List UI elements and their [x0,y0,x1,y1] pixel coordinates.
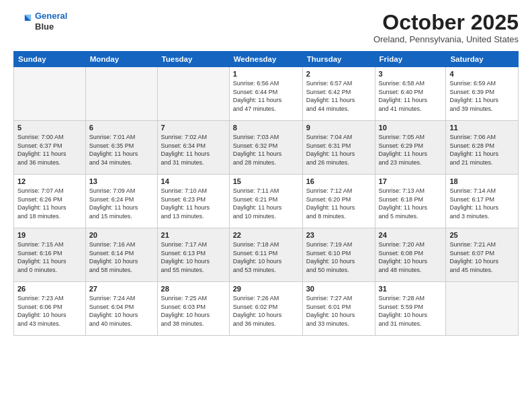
day-number: 20 [89,231,154,239]
day-cell: 31Sunrise: 7:28 AM Sunset: 5:59 PM Dayli… [375,282,446,336]
day-cell: 24Sunrise: 7:20 AM Sunset: 6:08 PM Dayli… [375,228,446,282]
weekday-header-thursday: Thursday [302,52,375,67]
day-cell: 3Sunrise: 6:58 AM Sunset: 6:40 PM Daylig… [375,67,446,121]
day-cell: 12Sunrise: 7:07 AM Sunset: 6:26 PM Dayli… [14,175,86,228]
day-number: 1 [233,70,299,78]
day-cell: 18Sunrise: 7:14 AM Sunset: 6:17 PM Dayli… [446,175,519,228]
day-number: 29 [233,285,299,293]
title-area: October 2025 Oreland, Pennsylvania, Unit… [373,11,519,44]
day-number: 25 [449,231,515,239]
day-cell: 22Sunrise: 7:18 AM Sunset: 6:11 PM Dayli… [229,228,302,282]
day-number: 17 [379,177,443,185]
day-info: Sunrise: 7:24 AM Sunset: 6:04 PM Dayligh… [89,294,154,328]
day-number: 3 [379,70,443,78]
day-number: 22 [233,231,299,239]
day-cell: 16Sunrise: 7:12 AM Sunset: 6:20 PM Dayli… [302,175,375,228]
day-info: Sunrise: 6:59 AM Sunset: 6:39 PM Dayligh… [449,79,515,113]
day-cell: 30Sunrise: 7:27 AM Sunset: 6:01 PM Dayli… [302,282,375,336]
weekday-header-monday: Monday [85,52,157,67]
day-info: Sunrise: 7:02 AM Sunset: 6:34 PM Dayligh… [161,133,226,167]
day-cell [14,67,86,121]
day-info: Sunrise: 7:09 AM Sunset: 6:24 PM Dayligh… [89,187,154,220]
day-number: 15 [233,177,299,185]
day-number: 23 [306,231,371,239]
day-cell: 20Sunrise: 7:16 AM Sunset: 6:14 PM Dayli… [85,228,157,282]
calendar-page: General Blue October 2025 Oreland, Penns… [0,0,532,411]
day-cell: 1Sunrise: 6:56 AM Sunset: 6:44 PM Daylig… [229,67,302,121]
day-cell: 26Sunrise: 7:23 AM Sunset: 6:06 PM Dayli… [14,282,86,336]
day-info: Sunrise: 7:20 AM Sunset: 6:08 PM Dayligh… [379,240,443,274]
day-cell: 14Sunrise: 7:10 AM Sunset: 6:23 PM Dayli… [157,175,229,228]
header: General Blue October 2025 Oreland, Penns… [13,11,519,44]
day-number: 26 [17,285,82,293]
day-cell: 2Sunrise: 6:57 AM Sunset: 6:42 PM Daylig… [302,67,375,121]
day-cell: 4Sunrise: 6:59 AM Sunset: 6:39 PM Daylig… [446,67,519,121]
day-info: Sunrise: 6:56 AM Sunset: 6:44 PM Dayligh… [233,79,299,113]
day-number: 7 [161,124,226,132]
week-row-2: 5Sunrise: 7:00 AM Sunset: 6:37 PM Daylig… [14,121,519,175]
day-number: 4 [449,70,515,78]
calendar-table: SundayMondayTuesdayWednesdayThursdayFrid… [13,51,519,336]
day-info: Sunrise: 6:57 AM Sunset: 6:42 PM Dayligh… [306,79,371,113]
logo-icon [13,12,32,31]
day-info: Sunrise: 7:25 AM Sunset: 6:03 PM Dayligh… [161,294,226,328]
weekday-header-saturday: Saturday [446,52,519,67]
day-info: Sunrise: 7:12 AM Sunset: 6:20 PM Dayligh… [306,187,371,220]
location: Oreland, Pennsylvania, United States [373,34,519,44]
day-info: Sunrise: 7:01 AM Sunset: 6:35 PM Dayligh… [89,133,154,167]
day-info: Sunrise: 7:15 AM Sunset: 6:16 PM Dayligh… [17,240,82,274]
day-number: 14 [161,177,226,185]
day-info: Sunrise: 7:17 AM Sunset: 6:13 PM Dayligh… [161,240,226,274]
day-number: 9 [306,124,371,132]
weekday-header-tuesday: Tuesday [157,52,229,67]
day-number: 8 [233,124,299,132]
day-info: Sunrise: 7:16 AM Sunset: 6:14 PM Dayligh… [89,240,154,274]
day-number: 10 [379,124,443,132]
day-number: 2 [306,70,371,78]
day-info: Sunrise: 7:05 AM Sunset: 6:29 PM Dayligh… [379,133,443,167]
day-number: 19 [17,231,82,239]
day-number: 11 [449,124,515,132]
day-info: Sunrise: 6:58 AM Sunset: 6:40 PM Dayligh… [379,79,443,113]
day-number: 13 [89,177,154,185]
day-info: Sunrise: 7:23 AM Sunset: 6:06 PM Dayligh… [17,294,82,328]
day-info: Sunrise: 7:21 AM Sunset: 6:07 PM Dayligh… [449,240,515,274]
day-info: Sunrise: 7:03 AM Sunset: 6:32 PM Dayligh… [233,133,299,167]
day-number: 21 [161,231,226,239]
day-number: 27 [89,285,154,293]
day-info: Sunrise: 7:06 AM Sunset: 6:28 PM Dayligh… [449,133,515,167]
day-cell: 5Sunrise: 7:00 AM Sunset: 6:37 PM Daylig… [14,121,86,175]
day-info: Sunrise: 7:27 AM Sunset: 6:01 PM Dayligh… [306,294,371,328]
day-cell: 28Sunrise: 7:25 AM Sunset: 6:03 PM Dayli… [157,282,229,336]
day-info: Sunrise: 7:18 AM Sunset: 6:11 PM Dayligh… [233,240,299,274]
day-number: 5 [17,124,82,132]
day-cell: 8Sunrise: 7:03 AM Sunset: 6:32 PM Daylig… [229,121,302,175]
day-cell: 7Sunrise: 7:02 AM Sunset: 6:34 PM Daylig… [157,121,229,175]
day-info: Sunrise: 7:04 AM Sunset: 6:31 PM Dayligh… [306,133,371,167]
weekday-header-sunday: Sunday [14,52,86,67]
day-info: Sunrise: 7:10 AM Sunset: 6:23 PM Dayligh… [161,187,226,220]
day-cell: 23Sunrise: 7:19 AM Sunset: 6:10 PM Dayli… [302,228,375,282]
day-info: Sunrise: 7:28 AM Sunset: 5:59 PM Dayligh… [379,294,443,328]
weekday-header-wednesday: Wednesday [229,52,302,67]
week-row-5: 26Sunrise: 7:23 AM Sunset: 6:06 PM Dayli… [14,282,519,336]
day-info: Sunrise: 7:14 AM Sunset: 6:17 PM Dayligh… [449,187,515,220]
day-number: 31 [379,285,443,293]
day-number: 6 [89,124,154,132]
weekday-header-row: SundayMondayTuesdayWednesdayThursdayFrid… [14,52,519,67]
day-cell: 6Sunrise: 7:01 AM Sunset: 6:35 PM Daylig… [85,121,157,175]
day-info: Sunrise: 7:00 AM Sunset: 6:37 PM Dayligh… [17,133,82,167]
day-number: 30 [306,285,371,293]
day-cell: 25Sunrise: 7:21 AM Sunset: 6:07 PM Dayli… [446,228,519,282]
day-cell: 21Sunrise: 7:17 AM Sunset: 6:13 PM Dayli… [157,228,229,282]
day-cell: 19Sunrise: 7:15 AM Sunset: 6:16 PM Dayli… [14,228,86,282]
day-info: Sunrise: 7:11 AM Sunset: 6:21 PM Dayligh… [233,187,299,220]
day-number: 28 [161,285,226,293]
logo-text: General Blue [35,11,67,32]
month-title: October 2025 [373,11,519,34]
day-cell [446,282,519,336]
day-cell: 13Sunrise: 7:09 AM Sunset: 6:24 PM Dayli… [85,175,157,228]
day-cell [85,67,157,121]
day-number: 12 [17,177,82,185]
day-number: 18 [449,177,515,185]
